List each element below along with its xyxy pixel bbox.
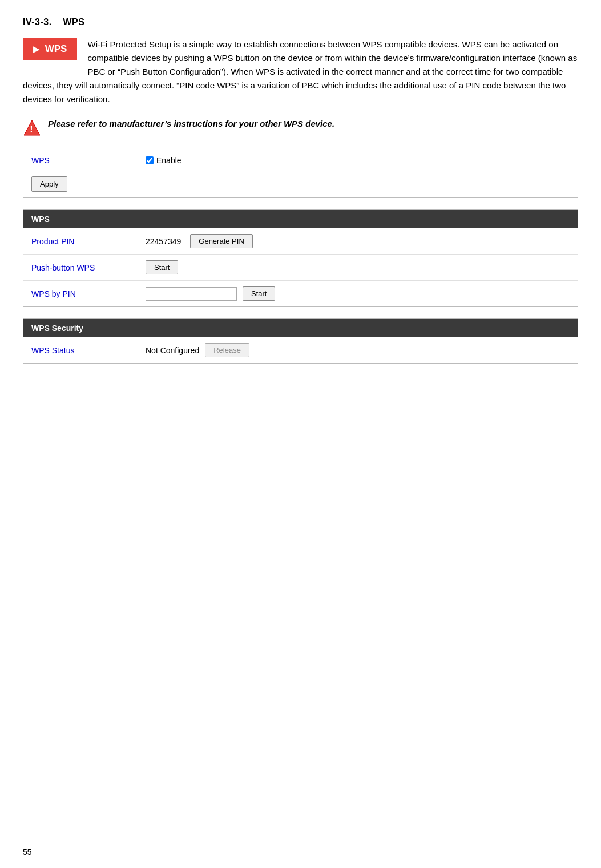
release-button[interactable]: Release <box>205 343 249 357</box>
description-text: Wi-Fi Protected Setup is a simple way to… <box>23 39 577 104</box>
wps-security-panel: WPS Security WPS Status Not Configured R… <box>23 318 578 364</box>
wps-panel-header: WPS <box>23 210 578 228</box>
enable-checkbox-text: Enable <box>156 156 181 165</box>
warning-icon: ! <box>23 119 41 137</box>
product-pin-value: 22457349 Generate PIN <box>146 234 253 248</box>
push-button-wps-label: Push-button WPS <box>31 263 146 272</box>
warning-text: Please refer to manufacturer’s instructi… <box>48 118 334 131</box>
wps-by-pin-input[interactable] <box>146 287 237 301</box>
wps-by-pin-label: WPS by PIN <box>31 289 146 298</box>
pin-number: 22457349 <box>146 237 181 246</box>
wps-by-pin-value: Start <box>146 286 275 301</box>
apply-button[interactable]: Apply <box>31 176 67 192</box>
generate-pin-button[interactable]: Generate PIN <box>190 234 253 248</box>
wps-panel: WPS Product PIN 22457349 Generate PIN Pu… <box>23 209 578 307</box>
banner-label: WPS <box>45 43 67 54</box>
wps-status-value: Not Configured Release <box>146 343 249 357</box>
banner-arrow: ▶ <box>33 45 39 54</box>
description-section: ▶ WPS Wi-Fi Protected Setup is a simple … <box>23 38 578 106</box>
enable-row: WPS Enable <box>23 150 578 171</box>
product-pin-label: Product PIN <box>31 237 146 246</box>
push-button-wps-row: Push-button WPS Start <box>23 255 578 281</box>
svg-text:!: ! <box>30 124 33 134</box>
wps-banner: ▶ WPS <box>23 38 77 60</box>
enable-panel: WPS Enable Apply <box>23 150 578 198</box>
wps-by-pin-row: WPS by PIN Start <box>23 281 578 306</box>
page-title: IV-3-3. WPS <box>23 17 578 27</box>
apply-row: Apply <box>23 171 578 197</box>
enable-label: WPS <box>31 156 146 165</box>
wps-by-pin-start[interactable]: Start <box>243 286 275 301</box>
wps-security-header: WPS Security <box>23 319 578 337</box>
wps-status-row: WPS Status Not Configured Release <box>23 337 578 363</box>
product-pin-row: Product PIN 22457349 Generate PIN <box>23 228 578 255</box>
warning-box: ! Please refer to manufacturer’s instruc… <box>23 118 578 137</box>
push-button-wps-value: Start <box>146 260 178 274</box>
push-button-wps-start[interactable]: Start <box>146 260 178 274</box>
enable-checkbox-label[interactable]: Enable <box>146 156 181 165</box>
wps-status-label: WPS Status <box>31 346 146 355</box>
wps-status-text: Not Configured <box>146 346 199 355</box>
wps-enable-checkbox[interactable] <box>146 156 154 164</box>
